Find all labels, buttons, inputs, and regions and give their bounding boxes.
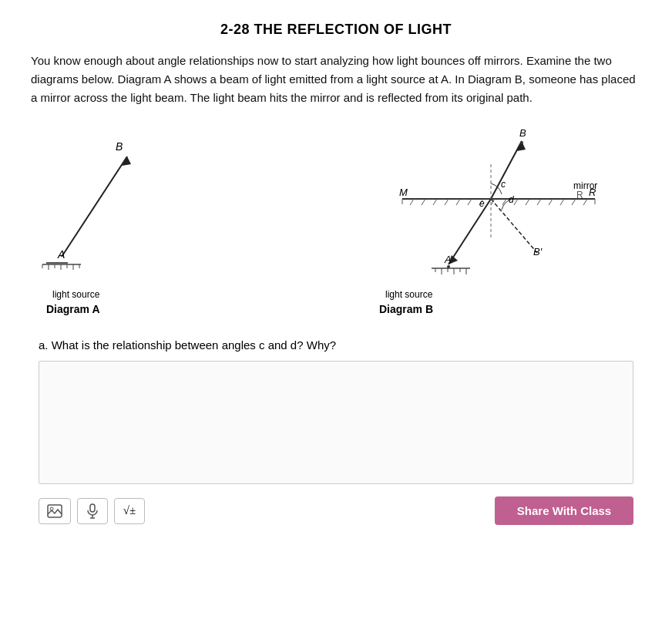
svg-line-25	[526, 199, 529, 205]
diagram-a: B A light source Diagram A	[39, 133, 223, 315]
svg-rect-59	[90, 504, 95, 512]
svg-line-19	[456, 199, 460, 205]
svg-point-46	[520, 141, 523, 144]
svg-line-29	[572, 199, 576, 205]
svg-line-27	[549, 199, 553, 205]
svg-line-18	[445, 199, 449, 205]
svg-line-15	[410, 199, 414, 205]
page-container: 2-28 THE REFLECTION OF LIGHT You know en…	[0, 0, 672, 636]
svg-text:d: d	[509, 194, 514, 205]
share-with-class-button[interactable]: Share With Class	[495, 496, 633, 525]
math-symbol: √±	[123, 504, 136, 517]
svg-line-28	[560, 199, 564, 205]
image-button[interactable]	[39, 498, 71, 524]
image-icon	[47, 504, 62, 518]
math-button[interactable]: √±	[114, 498, 145, 524]
page-title: 2-28 THE REFLECTION OF LIGHT	[31, 22, 641, 38]
intro-text: You know enough about angle relationship…	[31, 52, 641, 107]
svg-text:c: c	[501, 179, 506, 190]
svg-point-50	[447, 265, 450, 268]
svg-text:B′: B′	[533, 246, 543, 257]
diagrams-row: B A light source Diagram A	[31, 126, 641, 315]
question-text: a. What is the relationship between angl…	[39, 338, 641, 352]
diagram-b-light-source: light source	[385, 289, 432, 300]
diagram-b-svg: B M R A B′ c d e mirror R	[371, 126, 618, 288]
diagram-b-label: Diagram B	[379, 303, 433, 315]
svg-text:A: A	[444, 254, 452, 265]
svg-marker-1	[122, 156, 131, 166]
toolbar: √± Share With Class	[31, 492, 641, 530]
diagram-a-label: Diagram A	[46, 303, 100, 315]
question-label: a. What is the relationship between angl…	[39, 338, 336, 352]
svg-line-16	[422, 199, 425, 205]
svg-line-26	[537, 199, 541, 205]
diagram-a-light-source: light source	[52, 289, 99, 300]
mic-button[interactable]	[77, 498, 108, 524]
mic-icon	[86, 503, 99, 519]
svg-text:B: B	[116, 140, 123, 153]
svg-line-24	[514, 199, 518, 205]
svg-text:B: B	[519, 127, 526, 139]
svg-line-0	[62, 156, 127, 257]
svg-text:M: M	[399, 187, 408, 198]
svg-text:A: A	[57, 248, 65, 261]
diagram-b: B M R A B′ c d e mirror R light source	[371, 126, 633, 315]
svg-line-43	[491, 199, 537, 253]
svg-line-20	[468, 199, 472, 205]
svg-line-30	[583, 199, 587, 205]
svg-line-32	[449, 199, 491, 264]
svg-text:R: R	[576, 190, 583, 200]
answer-text-area[interactable]	[39, 361, 633, 484]
svg-text:e: e	[479, 198, 485, 209]
svg-line-17	[433, 199, 437, 205]
diagram-a-svg: B A	[39, 133, 208, 288]
